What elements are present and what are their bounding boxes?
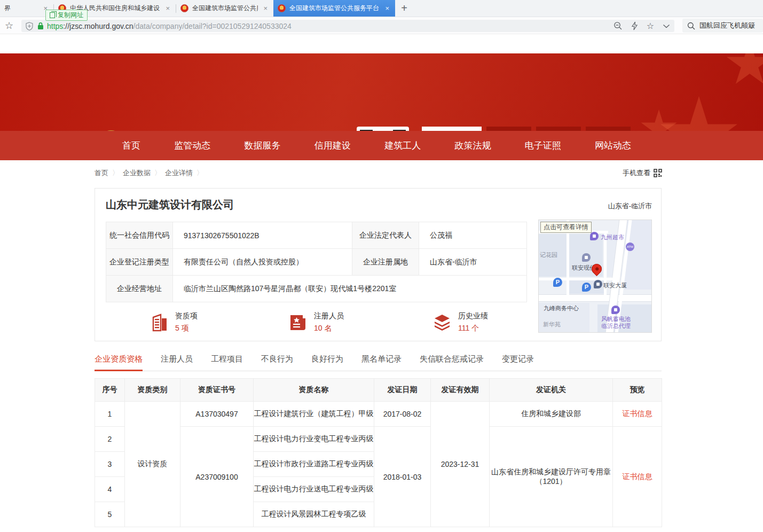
nav-item-supervision[interactable]: 监管动态	[174, 139, 210, 152]
poi-pin-icon	[582, 253, 591, 262]
flash-icon[interactable]	[631, 21, 638, 30]
atm-icon: ATM	[626, 242, 634, 251]
col-header-issue-date: 发证日期	[374, 379, 431, 402]
tab-blacklist[interactable]: 黑名单记录	[361, 348, 402, 371]
cell-issue-date: 2018-01-03	[374, 427, 431, 527]
nav-item-policy[interactable]: 政策法规	[454, 139, 491, 152]
authority-line1: 山东省住房和城乡建设厅许可专用章	[491, 467, 611, 476]
breadcrumb: 首页 〉 企业数据 〉 企业详情 〉 手机查看	[95, 168, 662, 178]
browser-tab-strip: 界 × 中华人民共和国住房和城乡建设 × 全国建筑市场监管公共服务平台 × 全国…	[0, 0, 763, 17]
stat-label: 历史业绩	[458, 311, 488, 321]
browser-tab-3[interactable]: 全国建筑市场监管公共服务平台 ×	[176, 0, 273, 17]
col-header-preview: 预览	[613, 379, 662, 402]
tab-registered-personnel[interactable]: 注册人员	[161, 348, 193, 371]
breadcrumb-company-detail[interactable]: 企业详情	[165, 168, 193, 178]
tab-projects[interactable]: 工程项目	[211, 348, 243, 371]
chevron-down-icon[interactable]	[663, 24, 670, 28]
stat-qualifications[interactable]: 资质项 5 项	[151, 311, 198, 333]
close-tab-icon[interactable]: ×	[383, 4, 391, 12]
url-path: /data/company/detail?id=0021052912405330…	[133, 22, 292, 30]
site-header: 中华人民共和国住房和城乡建设部 www.mohurd.gov.cn 全国建筑市场…	[0, 53, 763, 131]
map-overlay-tooltip: 点击可查看详情	[540, 222, 592, 233]
tab-change-records[interactable]: 变更记录	[502, 348, 534, 371]
search-tab-enterprise[interactable]: 建设工程企业	[422, 127, 482, 131]
breadcrumb-home[interactable]: 首页	[95, 168, 108, 178]
map-label-battery-2: 临沂总代理	[601, 322, 631, 330]
cell-cert-no: A237009100	[180, 427, 254, 527]
cell-name: 工程设计市政行业道路工程专业丙级	[254, 452, 374, 477]
table-row: 企业经营地址 临沂市兰山区陶然路107号星河晶都（联安）现代城1号楼2201室	[106, 276, 527, 302]
info-label: 企业注册属地	[352, 249, 419, 276]
nav-item-license[interactable]: 电子证照	[525, 139, 561, 152]
poi-pin-icon	[611, 306, 620, 314]
url-text: https://jzsc.mohurd.gov.cn/data/company/…	[47, 22, 292, 30]
cell-preview: 证书信息	[613, 402, 662, 427]
cell-no: 4	[95, 477, 125, 502]
quick-search-box[interactable]: 国航回应飞机颠簸	[682, 19, 763, 33]
breadcrumb-separator: 〉	[112, 168, 119, 178]
cell-authority: 住房和城乡建设部	[490, 402, 613, 427]
nav-item-workers[interactable]: 建筑工人	[384, 139, 421, 152]
company-location-map[interactable]: 点击可查看详情 九州超市 ATM 记花园 联安现代城 联安大厦 P P 九峰商务…	[538, 220, 652, 333]
copy-icon	[50, 12, 55, 18]
nav-item-home[interactable]: 首页	[122, 139, 140, 152]
mini-qr-icon[interactable]	[654, 169, 662, 177]
breadcrumb-separator: 〉	[154, 168, 161, 178]
detail-section-tabs: 企业资质资格 注册人员 工程项目 不良行为 良好行为 黑名单记录 失信联合惩戒记…	[95, 348, 662, 371]
col-header-authority: 发证机关	[490, 379, 613, 402]
stat-value: 10 名	[314, 324, 344, 333]
new-tab-button[interactable]: +	[395, 0, 413, 17]
company-name: 山东中元建筑设计有限公司	[106, 198, 234, 212]
favorite-star-icon[interactable]: ☆	[647, 22, 654, 30]
company-stats: 资质项 5 项 注册人员 10 名 历史业绩 111 个	[106, 311, 527, 338]
browser-tab-active[interactable]: 全国建筑市场监管公共服务平台 ×	[273, 0, 395, 17]
info-value-legal-rep: 公茂福	[419, 222, 527, 249]
star-decoration	[726, 53, 763, 88]
nav-item-data-service[interactable]: 数据服务	[245, 139, 281, 152]
close-tab-icon[interactable]: ×	[164, 4, 171, 12]
copy-url-tooltip: 复制网址	[45, 10, 88, 21]
address-bar[interactable]: https://jzsc.mohurd.gov.cn/data/company/…	[21, 20, 674, 32]
stat-registered-personnel[interactable]: 注册人员 10 名	[289, 311, 344, 333]
search-icon	[687, 22, 695, 30]
tab-bad-behavior[interactable]: 不良行为	[261, 348, 293, 371]
nav-item-credit[interactable]: 信用建设	[314, 139, 351, 152]
copy-url-label: 复制网址	[58, 11, 83, 20]
stat-track-record[interactable]: 历史业绩 111 个	[433, 311, 488, 333]
nav-item-site-news[interactable]: 网站动态	[595, 139, 631, 152]
shield-permission-icon[interactable]	[26, 22, 33, 30]
parking-icon[interactable]: P	[582, 283, 591, 292]
building-poi-icon	[594, 280, 602, 288]
bookmark-star-icon[interactable]: ☆	[5, 20, 13, 32]
search-tab-personnel[interactable]: 从业人员	[486, 127, 531, 131]
page: 界 × 中华人民共和国住房和城乡建设 × 全国建筑市场监管公共服务平台 × 全国…	[0, 0, 763, 532]
table-row: 1 设计资质 A137030497 工程设计建筑行业（建筑工程）甲级 2017-…	[95, 402, 662, 427]
info-value-reg-region: 山东省-临沂市	[419, 249, 527, 276]
mobile-view-label[interactable]: 手机查看	[623, 168, 650, 178]
parking-icon[interactable]: P	[553, 278, 562, 287]
search-tab-project[interactable]: 建设项目	[536, 127, 581, 131]
cell-no: 2	[95, 427, 125, 452]
map-road	[539, 295, 652, 301]
table-row: 统一社会信用代码 91371302675501022B 企业法定代表人 公茂福	[106, 222, 527, 249]
breadcrumb-company-data[interactable]: 企业数据	[123, 168, 151, 178]
cell-name: 工程设计建筑行业（建筑工程）甲级	[254, 402, 374, 427]
tab-qualifications[interactable]: 企业资质资格	[95, 348, 143, 371]
tab-dishonesty[interactable]: 失信联合惩戒记录	[420, 348, 484, 371]
search-tab-credit[interactable]: 诚信记录	[586, 127, 631, 131]
stat-label: 注册人员	[314, 311, 344, 321]
poi-pin-icon	[590, 232, 599, 240]
close-tab-icon[interactable]: ×	[262, 4, 269, 12]
stat-label: 资质项	[175, 311, 198, 321]
map-label-tower: 联安大厦	[603, 281, 627, 290]
certificate-info-link[interactable]: 证书信息	[623, 409, 652, 418]
zoom-out-icon[interactable]	[613, 21, 623, 30]
cell-no: 1	[95, 402, 125, 427]
certificate-info-link[interactable]: 证书信息	[623, 472, 652, 481]
map-label-supermarket: 九州超市	[601, 233, 624, 241]
table-row: 企业登记注册类型 有限责任公司（自然人投资或控股） 企业注册属地 山东省-临沂市	[106, 249, 527, 276]
tab-good-behavior[interactable]: 良好行为	[311, 348, 343, 371]
company-region: 山东省-临沂市	[608, 201, 652, 211]
company-info-table: 统一社会信用代码 91371302675501022B 企业法定代表人 公茂福 …	[106, 222, 527, 302]
qr-code	[357, 127, 409, 131]
